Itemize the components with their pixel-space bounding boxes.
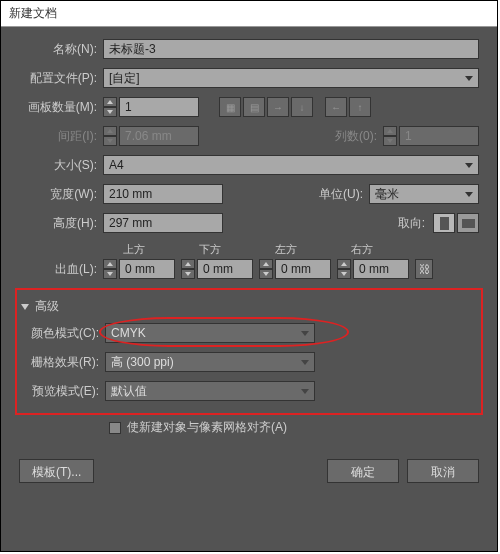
artboards-spinner[interactable] (103, 97, 117, 117)
window-title: 新建文档 (1, 1, 497, 27)
grid-arrange-icon[interactable]: ▦ (219, 97, 241, 117)
spacing-input (119, 126, 199, 146)
arrange-up-icon[interactable]: ↑ (349, 97, 371, 117)
colormode-label: 颜色模式(C): (21, 325, 105, 342)
bleed-top-input[interactable] (119, 259, 175, 279)
height-input[interactable] (103, 213, 223, 233)
link-bleed-icon[interactable]: ⛓ (415, 259, 433, 279)
bleed-right-input[interactable] (353, 259, 409, 279)
columns-input (399, 126, 479, 146)
units-dropdown[interactable]: 毫米 (369, 184, 479, 204)
preview-label: 预览模式(E): (21, 383, 105, 400)
raster-dropdown[interactable]: 高 (300 ppi) (105, 352, 315, 372)
name-input[interactable] (103, 39, 479, 59)
arrange-left-icon[interactable]: ← (325, 97, 347, 117)
bleed-left-input[interactable] (275, 259, 331, 279)
width-input[interactable] (103, 184, 223, 204)
profile-label: 配置文件(P): (19, 70, 103, 87)
cancel-button[interactable]: 取消 (407, 459, 479, 483)
columns-label: 列数(0): (335, 128, 383, 145)
raster-label: 栅格效果(R): (21, 354, 105, 371)
grid-arrange-icon2[interactable]: ▤ (243, 97, 265, 117)
advanced-label: 高级 (35, 298, 59, 315)
arrange-right-icon[interactable]: → (267, 97, 289, 117)
arrange-down-icon[interactable]: ↓ (291, 97, 313, 117)
align-pixel-grid-checkbox[interactable] (109, 422, 121, 434)
bleed-left-label: 左方 (275, 242, 351, 257)
new-document-dialog: 新建文档 名称(N): 配置文件(P): [自定] 画板数量(M): ▦ ▤ →… (0, 0, 498, 552)
colormode-dropdown[interactable]: CMYK (105, 323, 315, 343)
ok-button[interactable]: 确定 (327, 459, 399, 483)
height-label: 高度(H): (19, 215, 103, 232)
bleed-bottom-label: 下方 (199, 242, 275, 257)
profile-value: [自定] (109, 70, 140, 87)
disclosure-triangle-icon[interactable] (21, 304, 29, 310)
width-label: 宽度(W): (19, 186, 103, 203)
size-dropdown[interactable]: A4 (103, 155, 479, 175)
bleed-bottom-input[interactable] (197, 259, 253, 279)
align-pixel-grid-label: 使新建对象与像素网格对齐(A) (127, 419, 287, 436)
highlight-annotation: 高级 颜色模式(C): CMYK 栅格效果(R): 高 (300 ppi) 预览… (15, 288, 483, 415)
orientation-landscape-button[interactable] (457, 213, 479, 233)
bleed-top-spinner[interactable] (103, 259, 117, 279)
template-button[interactable]: 模板(T)... (19, 459, 94, 483)
bleed-bottom-spinner[interactable] (181, 259, 195, 279)
colormode-value: CMYK (111, 326, 146, 340)
units-value: 毫米 (375, 186, 399, 203)
preview-dropdown[interactable]: 默认值 (105, 381, 315, 401)
bleed-top-label: 上方 (123, 242, 199, 257)
artboards-input[interactable] (119, 97, 199, 117)
columns-spinner (383, 126, 397, 146)
spacing-spinner (103, 126, 117, 146)
raster-value: 高 (300 ppi) (111, 354, 174, 371)
bleed-right-label: 右方 (351, 242, 427, 257)
units-label: 单位(U): (319, 186, 369, 203)
preview-value: 默认值 (111, 383, 147, 400)
name-label: 名称(N): (19, 41, 103, 58)
size-label: 大小(S): (19, 157, 103, 174)
bleed-left-spinner[interactable] (259, 259, 273, 279)
orientation-label: 取向: (398, 215, 431, 232)
bleed-right-spinner[interactable] (337, 259, 351, 279)
profile-dropdown[interactable]: [自定] (103, 68, 479, 88)
size-value: A4 (109, 158, 124, 172)
orientation-portrait-button[interactable] (433, 213, 455, 233)
bleed-label: 出血(L): (19, 261, 103, 278)
artboards-label: 画板数量(M): (19, 99, 103, 116)
spacing-label: 间距(I): (19, 128, 103, 145)
